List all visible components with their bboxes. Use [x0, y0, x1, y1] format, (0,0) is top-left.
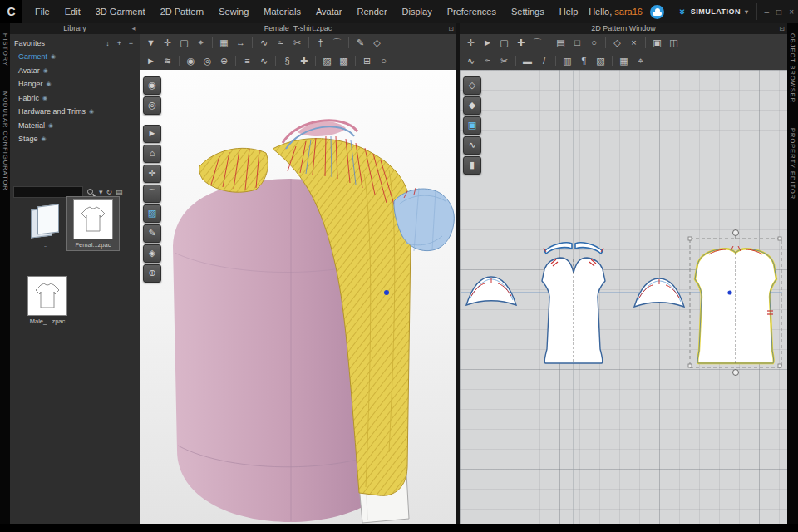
edit-point-icon[interactable]: ▢ — [496, 35, 512, 51]
fabric-texture-icon[interactable]: ▨ — [319, 53, 335, 69]
menu-avatar[interactable]: Avatar — [308, 0, 350, 23]
pattern-sleeve-left[interactable] — [466, 277, 516, 305]
segment-sewing-icon[interactable]: ∿ — [256, 35, 272, 51]
seam-allowance-icon[interactable]: ▣ — [649, 35, 665, 51]
selected-point-marker[interactable] — [384, 290, 389, 295]
username[interactable]: sara16 — [614, 7, 643, 17]
menu-help[interactable]: Help — [552, 0, 586, 23]
pattern-texture-icon[interactable]: ▧ — [593, 53, 608, 69]
cloud-sync-icon[interactable] — [650, 5, 664, 19]
expand-window-icon[interactable]: ⊡ — [779, 23, 785, 34]
sewing-line-view-icon[interactable]: ∿ — [463, 136, 481, 155]
transform-gizmo-icon[interactable]: ↔ — [233, 35, 249, 51]
select-tool-icon[interactable]: ► — [143, 125, 161, 143]
menu-display[interactable]: Display — [395, 0, 440, 23]
menu-3d-garment[interactable]: 3D Garment — [88, 0, 153, 23]
avatar-tape-icon[interactable]: ⌒ — [143, 185, 161, 203]
scene-2d-canvas[interactable]: ◇◆▣∿▮ — [460, 70, 787, 524]
visibility-dot-icon[interactable]: ◉ — [42, 95, 47, 101]
circle-icon[interactable]: ○ — [586, 35, 602, 51]
viewport-3d-header[interactable]: Female_T-shirt.zpac ⊡ — [140, 23, 456, 34]
pen-3d-icon[interactable]: ✎ — [352, 35, 368, 51]
folder-up-item[interactable]: .. — [27, 204, 65, 249]
rotate-handle-top[interactable] — [733, 230, 739, 236]
add-favorite-icon[interactable]: + — [115, 39, 124, 47]
dart-icon[interactable]: ◇ — [609, 35, 625, 51]
library-header[interactable]: Library ◄ — [10, 23, 140, 34]
menu-file[interactable]: File — [27, 0, 57, 23]
pattern-solid-view-icon[interactable]: ◆ — [463, 96, 481, 115]
menu-settings[interactable]: Settings — [504, 0, 552, 23]
buttonhole-icon[interactable]: ◎ — [200, 53, 215, 69]
pen-surface-icon[interactable]: ✎ — [143, 224, 161, 243]
mannequin-display-icon[interactable]: ⌂ — [143, 145, 161, 163]
zipper-icon[interactable]: § — [279, 53, 295, 69]
view-mode-icon[interactable]: ▤ — [116, 188, 123, 196]
visibility-dot-icon[interactable]: ◉ — [43, 67, 48, 74]
rectangle-icon[interactable]: □ — [569, 35, 585, 51]
select-move-icon[interactable]: ✛ — [160, 35, 175, 51]
annotation-icon[interactable]: ¶ — [576, 53, 592, 69]
material-style-icon[interactable]: ◈ — [143, 244, 161, 263]
pattern-outline-view-icon[interactable]: ◇ — [463, 76, 481, 95]
pattern-2d-header[interactable]: 2D Pattern Window ⊡ — [460, 23, 787, 34]
library-tree-item-hanger[interactable]: Hanger◉ — [10, 77, 140, 91]
maximize-button[interactable]: □ — [776, 7, 781, 17]
app-logo-icon[interactable]: C — [0, 0, 22, 23]
menu-materials[interactable]: Materials — [256, 0, 308, 23]
sewing-segment-2d-icon[interactable]: ∿ — [463, 53, 479, 69]
paint-texture-icon[interactable]: ▨ — [143, 204, 161, 223]
select-mesh-icon[interactable]: ▢ — [176, 35, 192, 51]
sewing-free-2d-icon[interactable]: ≈ — [480, 53, 495, 69]
library-tree-item-garment[interactable]: Garment◉ — [10, 50, 140, 64]
visibility-dot-icon[interactable]: ◉ — [47, 81, 52, 87]
show-grid-icon[interactable]: ▦ — [616, 53, 632, 69]
pattern-bodice-front[interactable] — [542, 258, 605, 363]
polygon-icon[interactable]: ▤ — [553, 35, 569, 51]
library-tree-item-hardware-and-trims[interactable]: Hardware and Trims◉ — [10, 105, 140, 119]
pose-editor-icon[interactable]: ✛ — [143, 165, 161, 183]
refresh-icon[interactable]: ↻ — [106, 188, 113, 196]
library-tree-item-material[interactable]: Material◉ — [10, 119, 140, 133]
library-tree-item-stage[interactable]: Stage◉ — [10, 132, 140, 146]
world-view-icon[interactable]: ⊕ — [143, 264, 161, 283]
property-editor-tab[interactable]: PROPERTY EDITOR — [789, 128, 796, 200]
visibility-dot-icon[interactable]: ◉ — [51, 53, 56, 60]
free-sewing-icon[interactable]: ≈ — [273, 35, 288, 51]
simulation-mode-button[interactable]: » SIMULATION ▾ — [672, 3, 757, 20]
search-icon[interactable] — [86, 188, 96, 197]
expand-window-icon[interactable]: ⊡ — [448, 23, 454, 34]
steam-brush-icon[interactable]: ≋ — [160, 53, 175, 69]
edit-pattern-icon[interactable]: ► — [480, 35, 495, 51]
female-tshirt-file-selected[interactable]: Femal...zpac — [66, 196, 120, 251]
history-tab[interactable]: HISTORY — [2, 33, 9, 66]
add-point-icon[interactable]: ✚ — [513, 35, 529, 51]
library-tree-item-avatar[interactable]: Avatar◉ — [10, 64, 140, 78]
avatar-skin-icon[interactable]: ◎ — [143, 96, 161, 115]
measure-tape-icon[interactable]: ⌒ — [329, 35, 345, 51]
edit-sewing-2d-icon[interactable]: ✂ — [496, 53, 512, 69]
show-avatar-icon[interactable]: ◉ — [143, 76, 161, 95]
library-tree-item-fabric[interactable]: Fabric◉ — [10, 91, 140, 106]
menu-render[interactable]: Render — [350, 0, 395, 23]
menu-2d-pattern[interactable]: 2D Pattern — [153, 0, 212, 23]
snap-icon[interactable]: ⌖ — [633, 53, 648, 69]
visibility-dot-icon[interactable]: ◉ — [42, 135, 47, 142]
shirring-icon[interactable]: ∿ — [256, 53, 272, 69]
attach-button-icon[interactable]: ⊕ — [216, 53, 232, 69]
minimize-button[interactable]: – — [765, 7, 770, 17]
uv-editor-icon[interactable]: ⊞ — [359, 53, 375, 69]
internal-line-icon[interactable]: / — [536, 53, 552, 69]
menu-preferences[interactable]: Preferences — [440, 0, 504, 23]
render-light-icon[interactable]: ○ — [376, 53, 392, 69]
lock-pattern-icon[interactable]: ▮ — [463, 156, 481, 175]
search-options-caret-icon[interactable]: ▾ — [99, 188, 103, 196]
transform-pattern-icon[interactable]: ✛ — [463, 35, 479, 51]
close-button[interactable]: × — [789, 7, 794, 17]
grading-icon[interactable]: ▥ — [559, 53, 575, 69]
library-download-icon[interactable]: ↓ — [103, 39, 112, 47]
puckering-icon[interactable]: ▩ — [336, 53, 352, 69]
edit-sewing-icon[interactable]: ✂ — [289, 35, 305, 51]
male-tshirt-file[interactable]: Male_...zpac — [23, 276, 71, 325]
selected-point-marker[interactable] — [727, 290, 732, 294]
